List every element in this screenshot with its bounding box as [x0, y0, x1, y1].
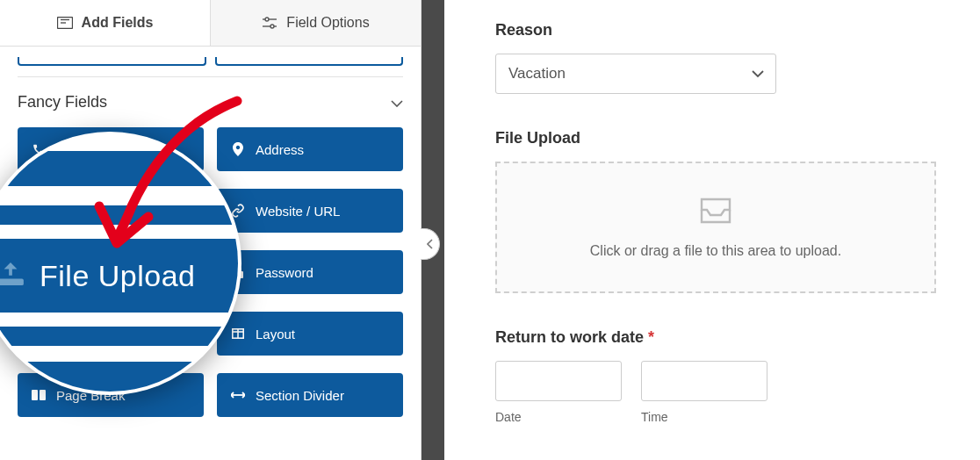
- field-tile-layout[interactable]: Layout: [217, 312, 403, 356]
- svg-rect-9: [41, 205, 43, 207]
- field-tile-page-break[interactable]: Page Break: [18, 373, 204, 417]
- return-date-input[interactable]: [495, 361, 622, 401]
- rich-text-icon: [32, 327, 46, 341]
- svg-rect-19: [40, 390, 46, 400]
- chevron-down-icon: [752, 66, 764, 82]
- field-tile-label: Layout: [256, 327, 295, 341]
- add-fields-icon: [57, 15, 73, 31]
- required-indicator: *: [648, 328, 654, 346]
- inbox-icon: [698, 196, 733, 229]
- field-tile-label: File Upload: [56, 265, 123, 280]
- dropzone-text: Click or drag a file to this area to upl…: [590, 243, 841, 259]
- field-tile-section-divider[interactable]: Section Divider: [217, 373, 403, 417]
- previous-section-stubs: [18, 57, 403, 66]
- panel-tabs: Add Fields Field Options: [0, 0, 421, 47]
- time-sublabel: Time: [641, 410, 767, 424]
- field-tile-website-url[interactable]: Website / URL: [217, 189, 403, 233]
- svg-rect-13: [32, 333, 41, 334]
- svg-rect-14: [32, 337, 45, 339]
- return-date-label: Return to work date *: [495, 328, 936, 347]
- chevron-down-icon: [391, 95, 403, 111]
- pin-icon: [231, 142, 245, 156]
- tab-field-options[interactable]: Field Options: [211, 0, 421, 46]
- return-date-row: Date Time: [495, 361, 936, 424]
- tab-add-fields[interactable]: Add Fields: [0, 0, 211, 46]
- field-tile-label: Section Divider: [256, 388, 344, 403]
- reason-select-wrap: Vacation: [495, 54, 776, 94]
- builder-left-panel: Add Fields Field Options Fancy Fields: [0, 0, 422, 460]
- section-header-fancy-fields[interactable]: Fancy Fields: [18, 93, 403, 111]
- sliders-icon: [262, 15, 277, 31]
- collapse-panel-button[interactable]: [421, 228, 440, 260]
- lock-icon: [231, 265, 245, 279]
- return-time-input[interactable]: [641, 361, 767, 401]
- svg-rect-7: [32, 206, 45, 217]
- field-tile-rich-text[interactable]: Rich Text: [18, 312, 204, 356]
- upload-icon: [32, 265, 46, 279]
- reason-selected-value: Vacation: [508, 65, 566, 83]
- phone-icon: [32, 142, 46, 156]
- field-tile-label: Password: [256, 265, 313, 280]
- field-tile-label: Website / URL: [256, 204, 340, 219]
- field-tile-label: Page Break: [56, 388, 125, 403]
- field-tile-address[interactable]: Address: [217, 127, 403, 171]
- reason-select[interactable]: Vacation: [495, 54, 776, 94]
- panel-gutter: [422, 0, 444, 460]
- field-tile-password[interactable]: Password: [217, 250, 403, 294]
- svg-point-6: [270, 25, 274, 28]
- field-tile-datetime[interactable]: Date / Time: [18, 189, 204, 233]
- form-preview: Reason Vacation File Upload Click or dra…: [444, 0, 980, 460]
- field-tile-label: Phone: [56, 142, 94, 157]
- tab-add-fields-label: Add Fields: [82, 15, 154, 31]
- field-tile-file-upload[interactable]: File Upload: [18, 250, 204, 294]
- link-icon: [231, 204, 245, 218]
- field-tile-stub[interactable]: [18, 57, 206, 66]
- svg-rect-12: [32, 328, 45, 330]
- fancy-fields-grid: Phone Address Date / Time: [18, 127, 403, 417]
- svg-rect-18: [32, 390, 38, 400]
- field-tile-phone[interactable]: Phone: [18, 127, 204, 171]
- svg-point-4: [265, 18, 269, 21]
- field-tile-label: Address: [256, 142, 304, 157]
- return-date-label-text: Return to work date: [495, 328, 644, 346]
- file-upload-dropzone[interactable]: Click or drag a file to this area to upl…: [495, 162, 936, 293]
- section-divider-line: [18, 76, 403, 77]
- svg-rect-11: [233, 271, 243, 278]
- section-title: Fancy Fields: [18, 93, 107, 111]
- field-tile-label: Date / Time: [56, 204, 124, 219]
- tab-field-options-label: Field Options: [286, 15, 369, 31]
- reason-label: Reason: [495, 21, 936, 40]
- svg-rect-10: [32, 275, 46, 278]
- divider-icon: [231, 388, 245, 402]
- svg-rect-8: [34, 205, 36, 207]
- field-tile-label: Rich Text: [56, 327, 110, 341]
- calendar-icon: [32, 204, 46, 218]
- file-upload-label: File Upload: [495, 129, 936, 147]
- date-sublabel: Date: [495, 410, 622, 424]
- layout-icon: [231, 327, 245, 341]
- page-break-icon: [32, 388, 46, 402]
- field-tile-stub[interactable]: [215, 57, 404, 66]
